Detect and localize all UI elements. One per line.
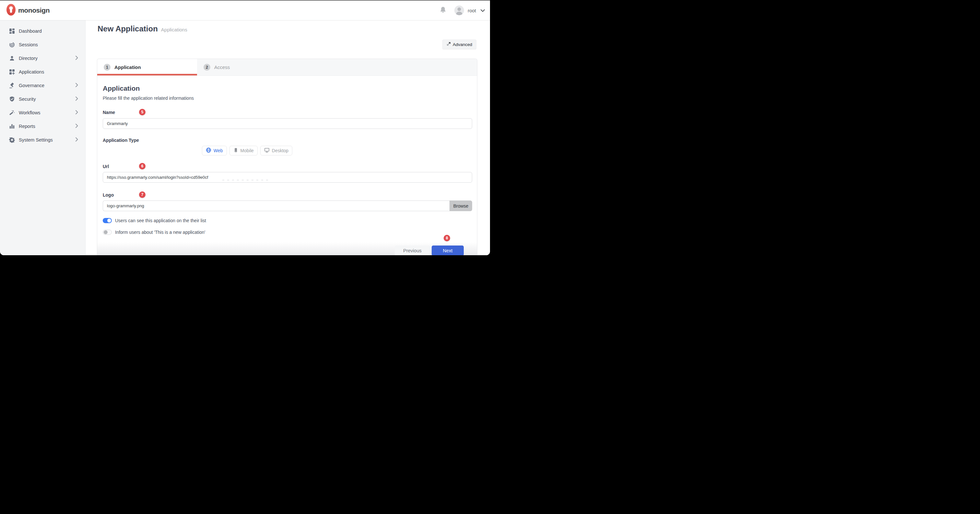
type-option-label: Desktop <box>272 148 288 153</box>
sidebar-item-sessions[interactable]: Sessions <box>0 38 85 51</box>
sidebar-item-label: System Settings <box>19 137 75 143</box>
sidebar-item-applications[interactable]: Applications <box>0 65 85 79</box>
toggle-label: Inform users about 'This is a new applic… <box>115 230 205 235</box>
brand-logo[interactable]: monosign <box>6 4 49 17</box>
logo-file-group: Browse <box>103 200 472 211</box>
sidebar: Dashboard Sessions Directory <box>0 21 86 255</box>
name-label: Name <box>103 110 115 115</box>
page-header: New Application Applications <box>86 21 490 33</box>
sidebar-item-directory[interactable]: Directory <box>0 51 85 65</box>
monosign-logo-icon <box>6 4 16 17</box>
chevron-right-icon <box>75 137 78 143</box>
app-window: monosign root <box>0 1 490 255</box>
toggle-label: Users can see this application on the th… <box>115 218 206 223</box>
type-option-web[interactable]: Web <box>202 146 227 155</box>
toggle-knob <box>104 230 108 234</box>
annotation-badge-8: 8 <box>444 235 450 241</box>
sidebar-item-security[interactable]: Security <box>0 92 85 106</box>
expand-arrows-icon <box>447 42 451 47</box>
sidebar-item-label: Governance <box>19 83 75 88</box>
type-option-label: Mobile <box>240 148 254 153</box>
globe-icon <box>206 148 211 154</box>
visibility-toggle-row: Users can see this application on the th… <box>103 218 471 223</box>
user-menu-chevron-down-icon[interactable] <box>480 8 485 13</box>
sidebar-item-reports[interactable]: Reports <box>0 119 85 133</box>
tab-application[interactable]: 1 Application <box>97 59 197 75</box>
tab-label: Access <box>214 65 230 70</box>
annotation-badge-5: 5 <box>139 109 145 115</box>
annotation-badge-7: 7 <box>139 191 145 198</box>
sidebar-item-label: Workflows <box>19 110 75 115</box>
type-option-label: Web <box>213 148 223 153</box>
type-option-desktop[interactable]: Desktop <box>260 146 292 155</box>
chevron-right-icon <box>75 96 78 102</box>
page-title: New Application <box>97 24 158 33</box>
sidebar-item-workflows[interactable]: Workflows <box>0 106 85 119</box>
main-content: New Application Applications Advanced <box>86 21 490 255</box>
url-label: Url <box>103 164 109 169</box>
url-input[interactable] <box>103 172 472 182</box>
chevron-right-icon <box>75 110 78 116</box>
next-button[interactable]: Next <box>432 246 464 255</box>
reports-bar-chart-icon <box>9 124 15 129</box>
tab-label: Application <box>115 65 141 70</box>
advanced-button-label: Advanced <box>453 42 472 47</box>
system-settings-gear-icon <box>9 137 15 143</box>
governance-icon <box>9 82 15 89</box>
user-avatar[interactable] <box>454 5 464 15</box>
sidebar-item-label: Dashboard <box>19 29 78 34</box>
chevron-right-icon <box>75 56 78 61</box>
breadcrumb: Applications <box>161 27 187 32</box>
sidebar-item-label: Sessions <box>19 42 78 47</box>
toggle-knob <box>107 219 111 222</box>
chevron-right-icon <box>75 82 78 89</box>
sidebar-item-dashboard[interactable]: Dashboard <box>0 24 85 38</box>
applications-icon <box>9 69 15 75</box>
advanced-button[interactable]: Advanced <box>442 40 476 49</box>
inform-users-toggle-row: Inform users about 'This is a new applic… <box>103 230 471 235</box>
annotation-badge-6: 6 <box>139 163 145 170</box>
tab-step-number: 1 <box>104 64 110 71</box>
type-option-mobile[interactable]: Mobile <box>229 146 258 155</box>
username-label[interactable]: root <box>468 8 476 13</box>
tab-step-number: 2 <box>204 64 210 71</box>
name-field-row: Name 5 <box>103 109 471 115</box>
sidebar-item-label: Reports <box>19 124 75 129</box>
sidebar-item-governance[interactable]: Governance <box>0 79 85 92</box>
workflows-wand-icon <box>9 110 15 116</box>
security-shield-icon <box>9 96 15 102</box>
form-section-subheading: Please fill the application related info… <box>103 95 471 101</box>
wizard-tabs: 1 Application 2 Access <box>97 59 477 76</box>
application-type-row: Application Type <box>103 137 471 143</box>
new-application-card: 1 Application 2 Access Application Pleas… <box>97 59 477 255</box>
chevron-right-icon <box>75 124 78 129</box>
url-field-row: Url 6 <box>103 163 471 169</box>
mobile-icon <box>233 148 238 154</box>
sessions-icon <box>9 42 15 48</box>
form-section-heading: Application <box>103 85 471 92</box>
dashboard-icon <box>9 28 15 34</box>
desktop-icon <box>264 148 270 154</box>
sidebar-item-label: Security <box>19 97 75 102</box>
users-can-see-toggle[interactable] <box>103 218 112 223</box>
browse-button[interactable]: Browse <box>450 200 472 211</box>
notifications-bell-icon[interactable] <box>440 6 446 14</box>
brand-name: monosign <box>18 6 49 14</box>
logo-field-row: Logo 7 <box>103 192 471 198</box>
sidebar-item-label: Directory <box>19 56 75 61</box>
previous-button[interactable]: Previous <box>395 246 430 255</box>
wizard-footer-actions: Previous Next <box>395 246 464 255</box>
tab-access[interactable]: 2 Access <box>197 59 297 75</box>
logo-label: Logo <box>103 192 114 198</box>
application-type-label: Application Type <box>103 138 139 143</box>
inform-users-toggle[interactable] <box>103 230 112 235</box>
name-input[interactable] <box>103 118 472 129</box>
directory-icon <box>9 56 15 61</box>
application-type-options: Web Mobile <box>202 146 471 155</box>
sidebar-item-label: Applications <box>19 69 78 75</box>
logo-filename-input[interactable] <box>103 200 450 211</box>
sidebar-item-system-settings[interactable]: System Settings <box>0 133 85 147</box>
top-bar: monosign root <box>0 1 490 21</box>
